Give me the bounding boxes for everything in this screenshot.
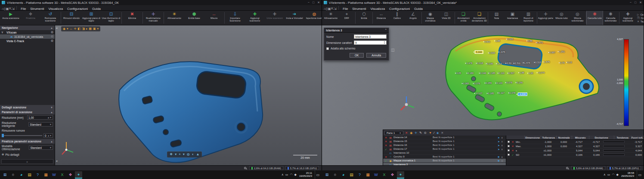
word-icon[interactable]: W	[50, 171, 58, 179]
more-details-link[interactable]: ⊕ Più dettagli	[0, 151, 55, 157]
ok-button[interactable]: OK	[350, 53, 364, 58]
ribbon-button[interactable]: ❖ Finalizza	[21, 11, 40, 25]
part-select[interactable]: Parte 1▼	[384, 131, 403, 135]
optimization-mode-select[interactable]: Standard▼	[29, 145, 53, 150]
ribbon-button[interactable]	[421, 12, 422, 24]
ribbon-button[interactable]	[355, 12, 356, 24]
ribbon-button[interactable]: ▣ Istantanea	[505, 11, 520, 25]
deviation-annotation[interactable]: 1,251	[558, 50, 565, 53]
deviation-annotation[interactable]: 0,256	[516, 81, 523, 84]
expand-icon[interactable]: ⊙	[501, 159, 505, 162]
save-icon[interactable]: ▣	[328, 7, 331, 11]
viewport-tool-icon[interactable]: ▦	[89, 27, 92, 31]
view-option-icon[interactable]: ◐	[192, 152, 194, 157]
collapse-panel-icon[interactable]: «	[56, 160, 58, 163]
ribbon-button[interactable]	[488, 12, 488, 24]
zoom-magnifier-icon[interactable]	[566, 167, 568, 169]
deviation-annotation[interactable]: 1,88	[494, 40, 500, 42]
dialog-collapse-icon[interactable]: ⌃	[385, 28, 387, 32]
export-icon[interactable]: ⇲	[334, 7, 337, 11]
deviation-annotation[interactable]: 5,044	[474, 50, 483, 54]
deviation-annotation[interactable]: 0,471	[536, 41, 543, 44]
mail-icon[interactable]: ▦	[42, 171, 50, 179]
menu-item[interactable]: Visualizza	[46, 7, 65, 11]
file-explorer-icon[interactable]: ▤	[26, 171, 33, 179]
finalize-parameters-header[interactable]: Finalizza parametri scansione▲	[0, 139, 55, 144]
edge-icon[interactable]: ◕	[340, 171, 347, 179]
help-icon[interactable]: ?	[356, 171, 363, 179]
viewport-tool-icon[interactable]: ▾	[97, 27, 99, 31]
delete-menu-item[interactable]: ▷Cancella	[637, 13, 644, 16]
edge-icon[interactable]: ◕	[18, 171, 25, 179]
export-icon[interactable]: ⇲	[12, 7, 15, 11]
panel-tool-icon[interactable]: ∕	[434, 131, 434, 135]
deviation-annotation[interactable]: 0,957	[548, 51, 556, 54]
visibility-eye-icon[interactable]: ⊙	[51, 35, 53, 38]
file-explorer-icon[interactable]: ▤	[348, 171, 355, 179]
panel-tool-icon[interactable]: ✎	[419, 131, 422, 135]
slider-thumb[interactable]	[2, 134, 4, 137]
deviation-annotation[interactable]: 1,93	[527, 72, 533, 74]
panel-tool-icon[interactable]: ◉	[410, 131, 412, 135]
deviation-annotation[interactable]: 0,055	[485, 82, 492, 84]
deviation-annotation[interactable]: 0,934	[488, 52, 495, 54]
tree-item[interactable]: ∨ VXscan ⊙	[0, 30, 55, 34]
expand-icon[interactable]: ∨	[501, 155, 505, 158]
viewport-tool-icon[interactable]: ▾	[67, 27, 68, 31]
minimize-button[interactable]: −	[308, 1, 310, 4]
menu-item[interactable]: Guida	[90, 7, 103, 11]
deviation-annotation[interactable]: 0,196	[486, 62, 493, 65]
taskbar-clock[interactable]: 15:1119/05/2023	[297, 172, 314, 178]
word-icon[interactable]: W	[372, 171, 380, 179]
table-row[interactable]: ✕ Min. -1,000 0,000 -4,717 -4,717 -3,717	[506, 140, 644, 144]
axis-triad-icon[interactable]	[399, 94, 416, 112]
menu-item[interactable]: File	[19, 7, 28, 11]
ribbon-button[interactable]: ✖ Elimina	[122, 11, 142, 25]
search-icon[interactable]: ○	[9, 171, 17, 179]
ribbon-button[interactable]: ▥ Report di ispezione	[520, 11, 536, 25]
maximize-button[interactable]: □	[313, 1, 314, 4]
table-row[interactable]: ✕ s ±1,000 5,044 5,044 4,044	[506, 148, 644, 153]
ribbon-button[interactable]: ✚ Aggiungi scansione	[620, 11, 636, 25]
ribbon-button[interactable]	[372, 12, 373, 24]
deviation-annotation[interactable]: -4,696	[517, 93, 527, 96]
ribbon-button[interactable]: ∥ Calibro	[389, 11, 405, 25]
ribbon-button[interactable]: ⊡ Usa riferimento di taglio	[101, 11, 121, 25]
tree-item[interactable]: Vista C-Track ⊙	[0, 39, 55, 43]
view-option-icon[interactable]: ▾	[175, 152, 176, 157]
deviation-annotation[interactable]: 0,046	[479, 72, 486, 74]
menu-item[interactable]: Strumenti	[28, 7, 46, 11]
inspection-list-row[interactable]: ✓ ▤ Distanza 17 Best fit superficie 1 ➤ …	[383, 147, 506, 151]
deviation-annotation[interactable]: 0,13	[566, 61, 572, 64]
expand-icon[interactable]: ∨	[501, 136, 505, 139]
viewport-tool-icon[interactable]: ✛	[74, 27, 77, 31]
expand-icon[interactable]: ∨	[501, 140, 505, 143]
deviation-annotation[interactable]: 0,065	[462, 82, 469, 85]
ribbon-button[interactable]: ⬡ Entità	[356, 11, 372, 25]
minimize-button[interactable]: −	[630, 1, 632, 4]
fit-icon[interactable]: ➤	[498, 140, 500, 143]
row-checkbox[interactable]	[506, 154, 511, 156]
deviation-annotation[interactable]: 0,935	[506, 38, 514, 40]
cancel-button[interactable]: Annulla	[366, 53, 386, 58]
excel-icon[interactable]: X	[59, 171, 66, 179]
table-column-header[interactable]: Tendenza	[614, 136, 632, 139]
table-column-header[interactable]: Nominale	[557, 136, 572, 139]
close-button[interactable]: ✕	[317, 1, 320, 4]
deviation-annotation[interactable]: 0,185	[487, 92, 494, 95]
ribbon-button[interactable]	[164, 12, 164, 24]
ribbon-button[interactable]: ⊞ Aggiungi piano di taglio	[81, 11, 101, 25]
ribbon-button[interactable]	[619, 12, 619, 24]
row-checkbox[interactable]	[506, 145, 511, 147]
menu-item[interactable]: Guida	[412, 7, 425, 11]
deviation-annotation[interactable]: 0,507	[508, 72, 515, 74]
table-column-header[interactable]: Misurato	[572, 136, 589, 139]
deviation-annotation[interactable]: 1,575	[543, 61, 550, 63]
tray-icon[interactable]: ∧	[282, 173, 284, 176]
axis-triad-icon[interactable]	[60, 140, 75, 156]
viewport-tool-icon[interactable]: ▣	[93, 27, 96, 31]
ribbon-button[interactable]	[142, 12, 143, 24]
fit-icon[interactable]: ➤	[498, 136, 500, 139]
expand-icon[interactable]: ∨	[501, 148, 505, 151]
ribbon-button[interactable]	[121, 12, 122, 24]
